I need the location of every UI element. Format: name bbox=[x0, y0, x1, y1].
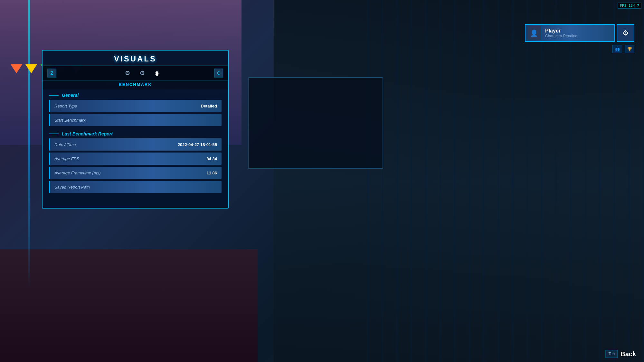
tab-icons-group: ⚙ ⚙ ◉ bbox=[61, 67, 223, 79]
social-trophy-icon[interactable]: 🏆 bbox=[625, 45, 634, 53]
player-name: Player bbox=[545, 28, 614, 34]
social-group-icon[interactable]: 👥 bbox=[612, 45, 622, 53]
start-benchmark-row[interactable]: Start Benchmark bbox=[49, 114, 222, 126]
panel-title-bar: VISUALS bbox=[43, 51, 228, 65]
tab-right-key-label: C bbox=[217, 70, 220, 76]
section-line-benchmark bbox=[49, 134, 59, 134]
back-key-label: Tab bbox=[605, 350, 618, 358]
bg-building-stripes bbox=[354, 0, 644, 362]
social-icons-bar: 👥 🏆 bbox=[612, 45, 634, 53]
average-frametime-value: 11.86 bbox=[206, 171, 217, 175]
preview-panel bbox=[248, 77, 383, 169]
date-time-label: Date / Time bbox=[54, 142, 76, 147]
tab-bar: Z ⚙ ⚙ ◉ C bbox=[43, 65, 228, 81]
report-type-row[interactable]: Report Type Detailed bbox=[49, 100, 222, 112]
average-frametime-row: Average Frametime (ms) 11.86 bbox=[49, 167, 222, 179]
benchmark-report-content: Date / Time 2022-04-27 18-01-55 Average … bbox=[43, 138, 228, 193]
average-fps-label: Average FPS bbox=[54, 156, 79, 161]
section-header-general: General bbox=[43, 89, 228, 100]
tab-right-button[interactable]: C bbox=[214, 69, 223, 78]
fps-counter: FPS 134.7 bbox=[618, 3, 641, 9]
settings-panel: VISUALS Z ⚙ ⚙ ◉ C BENCHMARK General Repo… bbox=[42, 50, 229, 209]
average-fps-row: Average FPS 84.34 bbox=[49, 153, 222, 165]
bunting-flag-2 bbox=[25, 64, 37, 73]
tab-left-key-label: Z bbox=[51, 70, 53, 76]
tab-icon-settings-2[interactable]: ⚙ bbox=[137, 67, 148, 79]
average-fps-value: 84.34 bbox=[206, 156, 217, 161]
report-type-value: Detailed bbox=[201, 104, 217, 108]
player-card: 👤 Player Character Pending bbox=[525, 24, 615, 42]
saved-report-path-label: Saved Report Path bbox=[54, 185, 90, 190]
back-bar: Tab Back bbox=[597, 346, 644, 362]
date-time-row: Date / Time 2022-04-27 18-01-55 bbox=[49, 138, 222, 151]
date-time-value: 2022-04-27 18-01-55 bbox=[178, 142, 217, 147]
player-status: Character Pending bbox=[545, 34, 614, 38]
avatar-icon: 👤 bbox=[530, 29, 538, 37]
section-line-general bbox=[49, 95, 59, 96]
tab-icon-benchmark[interactable]: ◉ bbox=[151, 67, 163, 79]
section-header-benchmark-report: Last Benchmark Report bbox=[43, 128, 228, 138]
start-benchmark-label: Start Benchmark bbox=[54, 118, 86, 123]
saved-report-path-row: Saved Report Path bbox=[49, 181, 222, 193]
tab-icon-settings-1[interactable]: ⚙ bbox=[122, 67, 133, 79]
panel-title: VISUALS bbox=[43, 54, 228, 63]
bunting-flag-1 bbox=[11, 64, 22, 73]
avatar: 👤 bbox=[527, 26, 541, 40]
active-tab-label: BENCHMARK bbox=[43, 81, 228, 89]
tab-left-button[interactable]: Z bbox=[47, 69, 56, 78]
left-accent-line bbox=[28, 0, 30, 290]
back-button-label[interactable]: Back bbox=[620, 350, 636, 358]
player-info: Player Character Pending bbox=[543, 28, 614, 38]
gear-icon: ⚙ bbox=[622, 29, 629, 37]
report-type-label: Report Type bbox=[54, 104, 77, 108]
section-title-benchmark: Last Benchmark Report bbox=[62, 131, 113, 136]
general-settings-content: Report Type Detailed Start Benchmark bbox=[43, 100, 228, 126]
average-frametime-label: Average Frametime (ms) bbox=[54, 171, 101, 175]
gear-button[interactable]: ⚙ bbox=[617, 24, 634, 42]
section-title-general: General bbox=[62, 93, 79, 98]
bg-ground bbox=[0, 249, 258, 362]
